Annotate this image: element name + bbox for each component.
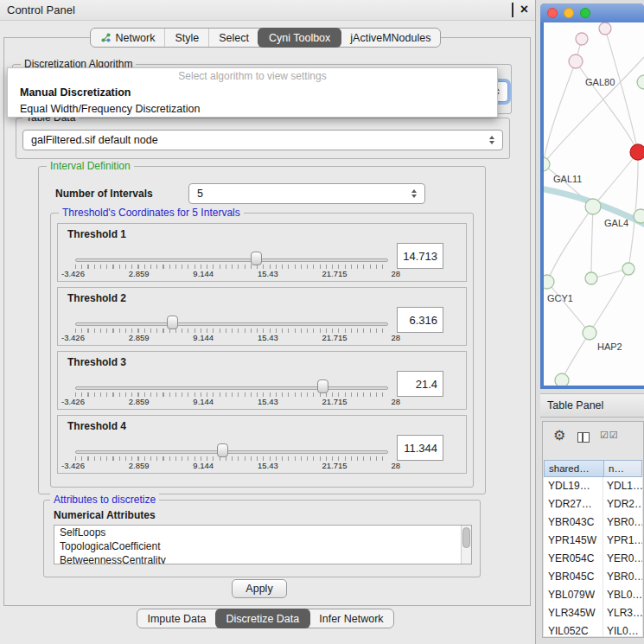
network-node[interactable]	[555, 373, 569, 386]
number-of-intervals-combobox[interactable]: 5	[188, 183, 425, 204]
cell-name[interactable]: YBL0…	[603, 586, 642, 604]
mac-zoom-button[interactable]	[580, 8, 590, 18]
threshold-1-value-input[interactable]: 14.713	[397, 243, 443, 269]
cell-shared-name[interactable]: YBL079W	[544, 586, 603, 604]
cell-shared-name[interactable]: YBR043C	[544, 513, 603, 532]
network-node[interactable]	[634, 209, 644, 223]
cell-shared-name[interactable]: YDR27…	[544, 495, 603, 513]
table-panel-header: Table Panel	[540, 393, 644, 418]
tab-select[interactable]: Select	[208, 29, 258, 47]
table-row[interactable]: YLR345W YLR3…	[544, 604, 642, 622]
threshold-2-value-input[interactable]: 6.316	[397, 307, 443, 333]
tab-jactivemnodules[interactable]: jActiveMNodules	[341, 29, 440, 47]
list-scrollbar[interactable]	[461, 526, 471, 564]
close-icon: ×	[520, 2, 528, 16]
network-node[interactable]	[622, 263, 634, 275]
cell-name[interactable]: YPR1…	[603, 532, 642, 550]
tab-label: Impute Data	[147, 613, 206, 625]
select-columns-checkboxes-icon[interactable]: ☑☑	[600, 430, 619, 441]
network-node[interactable]	[599, 22, 611, 35]
slider-thumb[interactable]	[217, 443, 228, 457]
combo-stepper[interactable]	[405, 189, 417, 198]
settings-gear-icon[interactable]: ⚙	[553, 429, 565, 443]
cell-shared-name[interactable]: YDL19…	[544, 477, 603, 495]
dropdown-option-equal-width[interactable]: Equal Width/Frequency Discretization	[8, 101, 497, 118]
dropdown-option-manual-discretization[interactable]: Manual Discretization	[8, 85, 497, 101]
tab-cyni-toolbox[interactable]: Cyni Toolbox	[258, 28, 341, 48]
cell-shared-name[interactable]: YIL052C	[544, 622, 603, 636]
slider-track[interactable]	[75, 258, 388, 262]
close-button[interactable]: ×	[520, 3, 528, 16]
network-node[interactable]	[576, 33, 588, 45]
float-button[interactable]	[512, 3, 513, 16]
slider-thumb[interactable]	[317, 379, 328, 393]
scrollbar-thumb[interactable]	[462, 527, 470, 548]
combo-stepper[interactable]	[482, 136, 494, 144]
tab-discretize-data[interactable]: Discretize Data	[215, 609, 311, 628]
list-item[interactable]: BetweennessCentrality	[54, 553, 471, 564]
tab-network[interactable]: Network	[91, 29, 165, 47]
network-node-gal80[interactable]	[569, 54, 583, 68]
cell-shared-name[interactable]: YER054C	[544, 550, 603, 568]
threshold-4-value-input[interactable]: 11.344	[397, 435, 443, 461]
table-row[interactable]: YIL052C YIL0…	[544, 622, 642, 636]
tab-style[interactable]: Style	[164, 29, 208, 47]
cell-name[interactable]: YLR3…	[603, 604, 642, 622]
cell-name[interactable]: YER0…	[603, 550, 642, 568]
slider-track[interactable]	[75, 386, 388, 390]
network-node-hap2[interactable]	[583, 326, 596, 340]
mac-minimize-button[interactable]	[564, 8, 574, 18]
cell-name[interactable]: YDR2…	[603, 495, 642, 513]
cell-name[interactable]: YBR0…	[603, 513, 642, 532]
threshold-1-panel: Threshold 1 -3.4262.8599.14415.4321.7152…	[57, 223, 467, 282]
table-row[interactable]: YDL19… YDL1…	[544, 477, 642, 495]
column-selector-icon[interactable]	[577, 432, 590, 443]
mac-close-button[interactable]	[547, 8, 558, 18]
tab-impute-data[interactable]: Impute Data	[137, 609, 215, 628]
table-row[interactable]: YPR145W YPR1…	[544, 532, 642, 550]
bottom-tab-bar: Impute Data Discretize Data Infer Networ…	[0, 609, 531, 628]
network-node[interactable]	[637, 75, 644, 89]
tab-infer-network[interactable]: Infer Network	[309, 609, 392, 628]
thresholds-group-title: Threshold's Coordinates for 5 Intervals	[59, 207, 244, 219]
network-view-window: GAL80 GAL11 GAL4 GCY1 HAP2	[540, 3, 644, 389]
scale-label: 9.144	[193, 397, 214, 406]
table-row[interactable]: YBR045C YBR0…	[544, 568, 642, 586]
tab-label: Cyni Toolbox	[269, 32, 330, 44]
table-data-combobox[interactable]: galFiltered.sif default node	[22, 130, 503, 150]
table-row[interactable]: YBL079W YBL0…	[544, 586, 642, 604]
threshold-3-value-input[interactable]: 21.4	[397, 371, 443, 397]
node-label: GAL4	[604, 218, 628, 228]
chevron-up-icon	[489, 136, 494, 139]
scale-label: 21.715	[322, 269, 348, 278]
scale-label: 21.715	[322, 397, 348, 406]
network-node-gal4[interactable]	[585, 199, 601, 214]
cell-shared-name[interactable]: YLR345W	[544, 604, 603, 622]
threshold-2-panel: Threshold 2 -3.4262.8599.14415.4321.7152…	[57, 287, 467, 346]
slider-track[interactable]	[75, 450, 388, 454]
selected-network-node[interactable]	[630, 144, 644, 160]
scale-label: 15.43	[258, 333, 278, 342]
column-header-shared-name[interactable]: shared…	[544, 460, 604, 477]
list-item[interactable]: TopologicalCoefficient	[54, 539, 471, 553]
network-node[interactable]	[585, 272, 597, 284]
slider-thumb[interactable]	[167, 316, 178, 329]
cell-shared-name[interactable]: YBR045C	[544, 568, 603, 586]
column-header-name[interactable]: n…	[604, 460, 642, 477]
cell-shared-name[interactable]: YPR145W	[544, 532, 603, 550]
slider-thumb[interactable]	[251, 252, 262, 265]
slider-scale: -3.4262.8599.14415.4321.71528	[61, 333, 400, 342]
table-row[interactable]: YER054C YER0…	[544, 550, 642, 568]
network-node-gcy1[interactable]	[544, 275, 554, 289]
table-row[interactable]: YDR27… YDR2…	[544, 495, 642, 513]
cell-name[interactable]: YDL1…	[603, 477, 642, 495]
slider-track[interactable]	[75, 322, 388, 326]
numerical-attributes-list[interactable]: SelfLoopsTopologicalCoefficientBetweenne…	[54, 525, 472, 564]
cell-name[interactable]: YIL0…	[603, 622, 642, 636]
apply-button[interactable]: Apply	[232, 579, 287, 598]
table-row[interactable]: YBR043C YBR0…	[544, 513, 642, 532]
cell-name[interactable]: YBR0…	[603, 568, 642, 586]
network-canvas[interactable]: GAL80 GAL11 GAL4 GCY1 HAP2	[544, 22, 644, 386]
list-item[interactable]: SelfLoops	[54, 526, 471, 539]
top-tab-bar: Network Style Select Cyni Toolbox jActiv…	[0, 28, 531, 48]
